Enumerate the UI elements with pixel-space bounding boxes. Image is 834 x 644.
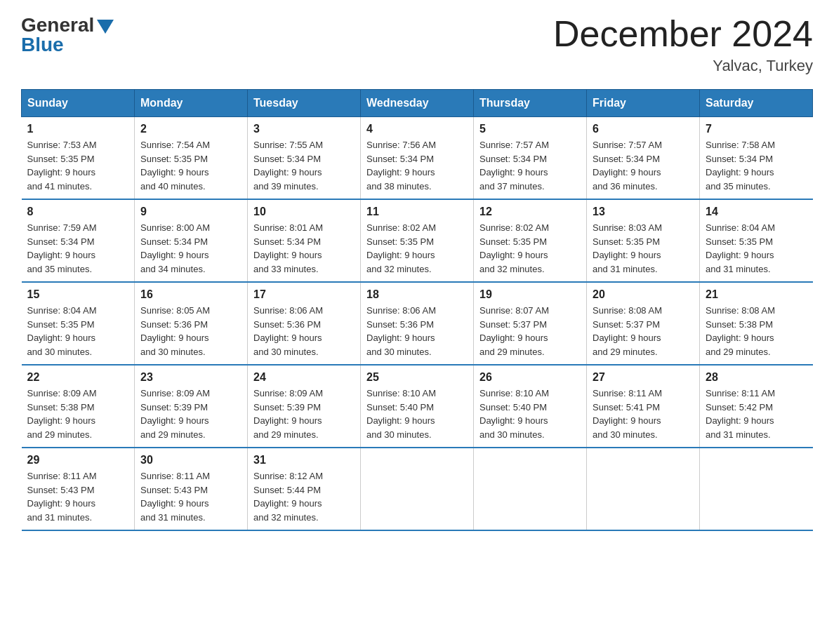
day-number: 19	[479, 288, 581, 301]
day-info: Sunrise: 7:57 AM Sunset: 5:34 PM Dayligh…	[593, 138, 694, 193]
day-info: Sunrise: 8:02 AM Sunset: 5:35 PM Dayligh…	[366, 221, 468, 276]
day-number: 29	[27, 454, 129, 467]
calendar-cell: 28 Sunrise: 8:11 AM Sunset: 5:42 PM Dayl…	[700, 365, 813, 448]
day-info: Sunrise: 7:54 AM Sunset: 5:35 PM Dayligh…	[140, 138, 241, 193]
calendar-cell: 16 Sunrise: 8:05 AM Sunset: 5:36 PM Dayl…	[135, 282, 248, 365]
day-number: 22	[27, 371, 129, 384]
day-info: Sunrise: 8:09 AM Sunset: 5:39 PM Dayligh…	[140, 387, 241, 441]
day-number: 21	[706, 288, 807, 301]
day-number: 14	[706, 206, 807, 218]
day-number: 27	[593, 371, 694, 384]
day-number: 18	[366, 288, 468, 301]
calendar-cell: 7 Sunrise: 7:58 AM Sunset: 5:34 PM Dayli…	[700, 117, 813, 200]
day-number: 2	[140, 123, 241, 135]
day-info: Sunrise: 8:07 AM Sunset: 5:37 PM Dayligh…	[479, 304, 581, 358]
day-number: 11	[366, 206, 468, 218]
calendar-cell: 30 Sunrise: 8:11 AM Sunset: 5:43 PM Dayl…	[135, 448, 248, 530]
calendar-cell: 22 Sunrise: 8:09 AM Sunset: 5:38 PM Dayl…	[22, 365, 135, 448]
calendar-week-row: 15 Sunrise: 8:04 AM Sunset: 5:35 PM Dayl…	[22, 282, 813, 365]
calendar-cell: 6 Sunrise: 7:57 AM Sunset: 5:34 PM Dayli…	[587, 117, 700, 200]
day-number: 6	[593, 123, 694, 135]
logo: General Blue	[21, 14, 114, 56]
calendar-cell	[474, 448, 587, 530]
day-number: 5	[479, 123, 581, 135]
day-number: 20	[593, 288, 694, 301]
day-number: 3	[253, 123, 355, 135]
day-info: Sunrise: 8:10 AM Sunset: 5:40 PM Dayligh…	[479, 387, 581, 441]
day-number: 24	[253, 371, 355, 384]
title-section: December 2024 Yalvac, Turkey	[553, 14, 813, 75]
calendar-cell	[587, 448, 700, 530]
day-info: Sunrise: 8:11 AM Sunset: 5:42 PM Dayligh…	[706, 387, 807, 441]
day-info: Sunrise: 8:06 AM Sunset: 5:36 PM Dayligh…	[253, 304, 355, 358]
day-number: 4	[366, 123, 468, 135]
column-header-wednesday: Wednesday	[361, 90, 474, 117]
day-info: Sunrise: 8:02 AM Sunset: 5:35 PM Dayligh…	[479, 221, 581, 276]
day-number: 8	[27, 206, 129, 218]
day-info: Sunrise: 7:53 AM Sunset: 5:35 PM Dayligh…	[27, 138, 129, 193]
calendar-cell: 18 Sunrise: 8:06 AM Sunset: 5:36 PM Dayl…	[361, 282, 474, 365]
calendar-cell: 3 Sunrise: 7:55 AM Sunset: 5:34 PM Dayli…	[248, 117, 361, 200]
calendar-week-row: 22 Sunrise: 8:09 AM Sunset: 5:38 PM Dayl…	[22, 365, 813, 448]
day-number: 1	[27, 123, 129, 135]
month-title: December 2024	[553, 14, 813, 54]
day-info: Sunrise: 8:12 AM Sunset: 5:44 PM Dayligh…	[253, 469, 355, 524]
calendar-week-row: 29 Sunrise: 8:11 AM Sunset: 5:43 PM Dayl…	[22, 448, 813, 530]
day-info: Sunrise: 7:55 AM Sunset: 5:34 PM Dayligh…	[253, 138, 355, 193]
day-info: Sunrise: 8:04 AM Sunset: 5:35 PM Dayligh…	[27, 304, 129, 358]
calendar-cell: 19 Sunrise: 8:07 AM Sunset: 5:37 PM Dayl…	[474, 282, 587, 365]
calendar-cell: 2 Sunrise: 7:54 AM Sunset: 5:35 PM Dayli…	[135, 117, 248, 200]
calendar-cell: 20 Sunrise: 8:08 AM Sunset: 5:37 PM Dayl…	[587, 282, 700, 365]
calendar-cell: 24 Sunrise: 8:09 AM Sunset: 5:39 PM Dayl…	[248, 365, 361, 448]
calendar-cell: 14 Sunrise: 8:04 AM Sunset: 5:35 PM Dayl…	[700, 199, 813, 282]
day-number: 7	[706, 123, 807, 135]
day-info: Sunrise: 8:05 AM Sunset: 5:36 PM Dayligh…	[140, 304, 241, 358]
day-number: 15	[27, 288, 129, 301]
day-info: Sunrise: 8:06 AM Sunset: 5:36 PM Dayligh…	[366, 304, 468, 358]
logo-triangle-icon	[97, 20, 114, 34]
calendar-cell: 17 Sunrise: 8:06 AM Sunset: 5:36 PM Dayl…	[248, 282, 361, 365]
day-info: Sunrise: 8:03 AM Sunset: 5:35 PM Dayligh…	[593, 221, 694, 276]
calendar-header-row: SundayMondayTuesdayWednesdayThursdayFrid…	[22, 90, 813, 117]
day-info: Sunrise: 8:11 AM Sunset: 5:43 PM Dayligh…	[140, 469, 241, 524]
column-header-friday: Friday	[587, 90, 700, 117]
day-number: 30	[140, 454, 241, 467]
day-number: 10	[253, 206, 355, 218]
calendar-cell: 11 Sunrise: 8:02 AM Sunset: 5:35 PM Dayl…	[361, 199, 474, 282]
day-number: 13	[593, 206, 694, 218]
day-info: Sunrise: 8:00 AM Sunset: 5:34 PM Dayligh…	[140, 221, 241, 276]
calendar-cell: 4 Sunrise: 7:56 AM Sunset: 5:34 PM Dayli…	[361, 117, 474, 200]
day-number: 9	[140, 206, 241, 218]
calendar-cell: 9 Sunrise: 8:00 AM Sunset: 5:34 PM Dayli…	[135, 199, 248, 282]
calendar-cell: 27 Sunrise: 8:11 AM Sunset: 5:41 PM Dayl…	[587, 365, 700, 448]
day-info: Sunrise: 8:11 AM Sunset: 5:43 PM Dayligh…	[27, 469, 129, 524]
logo-blue-text: Blue	[21, 34, 64, 56]
day-info: Sunrise: 8:01 AM Sunset: 5:34 PM Dayligh…	[253, 221, 355, 276]
calendar-cell: 31 Sunrise: 8:12 AM Sunset: 5:44 PM Dayl…	[248, 448, 361, 530]
calendar-cell: 23 Sunrise: 8:09 AM Sunset: 5:39 PM Dayl…	[135, 365, 248, 448]
calendar-cell: 13 Sunrise: 8:03 AM Sunset: 5:35 PM Dayl…	[587, 199, 700, 282]
day-info: Sunrise: 7:58 AM Sunset: 5:34 PM Dayligh…	[706, 138, 807, 193]
column-header-thursday: Thursday	[474, 90, 587, 117]
day-info: Sunrise: 8:10 AM Sunset: 5:40 PM Dayligh…	[366, 387, 468, 441]
day-number: 23	[140, 371, 241, 384]
calendar-week-row: 8 Sunrise: 7:59 AM Sunset: 5:34 PM Dayli…	[22, 199, 813, 282]
day-number: 28	[706, 371, 807, 384]
calendar-cell: 29 Sunrise: 8:11 AM Sunset: 5:43 PM Dayl…	[22, 448, 135, 530]
calendar-table: SundayMondayTuesdayWednesdayThursdayFrid…	[21, 89, 813, 531]
column-header-sunday: Sunday	[22, 90, 135, 117]
day-number: 31	[253, 454, 355, 467]
day-info: Sunrise: 8:08 AM Sunset: 5:37 PM Dayligh…	[593, 304, 694, 358]
calendar-cell: 12 Sunrise: 8:02 AM Sunset: 5:35 PM Dayl…	[474, 199, 587, 282]
day-info: Sunrise: 7:56 AM Sunset: 5:34 PM Dayligh…	[366, 138, 468, 193]
calendar-cell: 26 Sunrise: 8:10 AM Sunset: 5:40 PM Dayl…	[474, 365, 587, 448]
calendar-week-row: 1 Sunrise: 7:53 AM Sunset: 5:35 PM Dayli…	[22, 117, 813, 200]
calendar-cell: 10 Sunrise: 8:01 AM Sunset: 5:34 PM Dayl…	[248, 199, 361, 282]
column-header-monday: Monday	[135, 90, 248, 117]
day-info: Sunrise: 8:11 AM Sunset: 5:41 PM Dayligh…	[593, 387, 694, 441]
day-info: Sunrise: 8:09 AM Sunset: 5:38 PM Dayligh…	[27, 387, 129, 441]
day-info: Sunrise: 8:04 AM Sunset: 5:35 PM Dayligh…	[706, 221, 807, 276]
calendar-cell: 25 Sunrise: 8:10 AM Sunset: 5:40 PM Dayl…	[361, 365, 474, 448]
location-title: Yalvac, Turkey	[553, 57, 813, 75]
calendar-cell: 8 Sunrise: 7:59 AM Sunset: 5:34 PM Dayli…	[22, 199, 135, 282]
